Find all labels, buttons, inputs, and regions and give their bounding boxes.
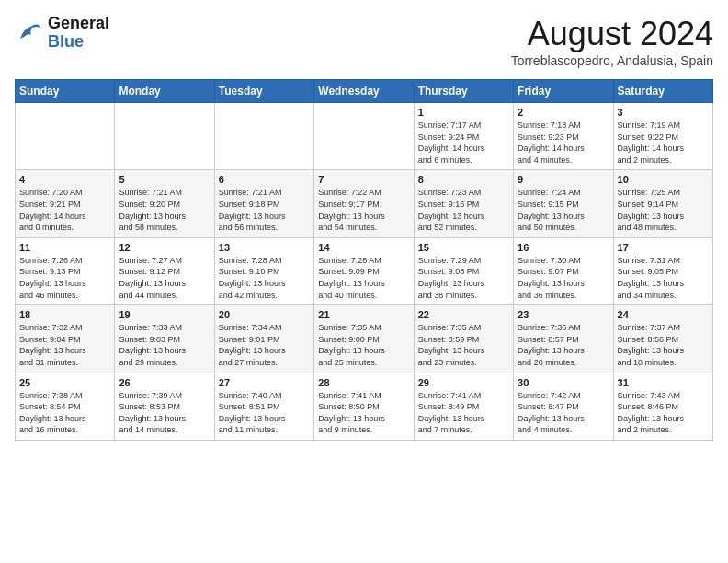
- day-number: 12: [119, 242, 210, 253]
- day-number: 2: [518, 107, 609, 118]
- day-number: 24: [618, 309, 709, 320]
- calendar-cell: 7Sunrise: 7:22 AM Sunset: 9:17 PM Daylig…: [314, 170, 414, 237]
- day-number: 19: [119, 309, 210, 320]
- calendar-cell: 28Sunrise: 7:41 AM Sunset: 8:50 PM Dayli…: [314, 373, 414, 440]
- day-info: Sunrise: 7:28 AM Sunset: 9:09 PM Dayligh…: [318, 255, 409, 301]
- calendar-cell: 25Sunrise: 7:38 AM Sunset: 8:54 PM Dayli…: [16, 373, 115, 440]
- calendar-cell: 8Sunrise: 7:23 AM Sunset: 9:16 PM Daylig…: [414, 170, 513, 237]
- calendar-cell: 19Sunrise: 7:33 AM Sunset: 9:03 PM Dayli…: [115, 305, 214, 373]
- day-info: Sunrise: 7:21 AM Sunset: 9:20 PM Dayligh…: [119, 187, 210, 233]
- day-info: Sunrise: 7:26 AM Sunset: 9:13 PM Dayligh…: [19, 255, 110, 301]
- calendar-cell: 29Sunrise: 7:41 AM Sunset: 8:49 PM Dayli…: [414, 373, 513, 440]
- day-info: Sunrise: 7:42 AM Sunset: 8:47 PM Dayligh…: [518, 390, 609, 436]
- calendar-body: 1Sunrise: 7:17 AM Sunset: 9:24 PM Daylig…: [16, 103, 713, 441]
- calendar-cell: 24Sunrise: 7:37 AM Sunset: 8:56 PM Dayli…: [613, 305, 712, 373]
- day-number: 13: [219, 242, 310, 253]
- day-number: 10: [618, 174, 709, 185]
- weekday-header-wednesday: Wednesday: [314, 80, 414, 103]
- calendar-cell: 16Sunrise: 7:30 AM Sunset: 9:07 PM Dayli…: [514, 237, 613, 304]
- day-info: Sunrise: 7:24 AM Sunset: 9:15 PM Dayligh…: [518, 187, 609, 233]
- weekday-header-friday: Friday: [514, 80, 613, 103]
- day-info: Sunrise: 7:41 AM Sunset: 8:50 PM Dayligh…: [318, 390, 409, 436]
- day-number: 21: [318, 309, 409, 320]
- day-number: 8: [418, 174, 509, 185]
- day-number: 25: [19, 377, 110, 388]
- calendar-cell: 5Sunrise: 7:21 AM Sunset: 9:20 PM Daylig…: [115, 170, 214, 237]
- weekday-header-row: SundayMondayTuesdayWednesdayThursdayFrid…: [16, 80, 713, 103]
- calendar-cell: 17Sunrise: 7:31 AM Sunset: 9:05 PM Dayli…: [613, 237, 712, 304]
- day-number: 20: [219, 309, 310, 320]
- calendar-cell: 12Sunrise: 7:27 AM Sunset: 9:12 PM Dayli…: [115, 237, 214, 304]
- calendar-cell: 26Sunrise: 7:39 AM Sunset: 8:53 PM Dayli…: [115, 373, 214, 440]
- calendar-cell: [16, 103, 115, 170]
- calendar-cell: 20Sunrise: 7:34 AM Sunset: 9:01 PM Dayli…: [214, 305, 313, 373]
- day-info: Sunrise: 7:27 AM Sunset: 9:12 PM Dayligh…: [119, 255, 210, 301]
- week-row-4: 18Sunrise: 7:32 AM Sunset: 9:04 PM Dayli…: [16, 305, 713, 373]
- day-info: Sunrise: 7:34 AM Sunset: 9:01 PM Dayligh…: [219, 322, 310, 368]
- day-number: 9: [518, 174, 609, 185]
- day-number: 7: [318, 174, 409, 185]
- calendar-cell: [214, 103, 313, 170]
- calendar-cell: 1Sunrise: 7:17 AM Sunset: 9:24 PM Daylig…: [414, 103, 513, 170]
- day-info: Sunrise: 7:29 AM Sunset: 9:08 PM Dayligh…: [418, 255, 509, 301]
- day-number: 18: [19, 309, 110, 320]
- day-number: 1: [418, 107, 509, 118]
- location-title: Torreblascopedro, Andalusia, Spain: [511, 53, 713, 68]
- day-info: Sunrise: 7:19 AM Sunset: 9:22 PM Dayligh…: [618, 120, 709, 166]
- day-number: 22: [418, 309, 509, 320]
- week-row-2: 4Sunrise: 7:20 AM Sunset: 9:21 PM Daylig…: [16, 170, 713, 237]
- calendar-cell: 21Sunrise: 7:35 AM Sunset: 9:00 PM Dayli…: [314, 305, 414, 373]
- calendar-cell: 27Sunrise: 7:40 AM Sunset: 8:51 PM Dayli…: [214, 373, 313, 440]
- week-row-5: 25Sunrise: 7:38 AM Sunset: 8:54 PM Dayli…: [16, 373, 713, 440]
- day-number: 30: [518, 377, 609, 388]
- calendar-cell: 9Sunrise: 7:24 AM Sunset: 9:15 PM Daylig…: [514, 170, 613, 237]
- calendar-cell: 11Sunrise: 7:26 AM Sunset: 9:13 PM Dayli…: [16, 237, 115, 304]
- day-info: Sunrise: 7:37 AM Sunset: 8:56 PM Dayligh…: [618, 322, 709, 368]
- day-info: Sunrise: 7:20 AM Sunset: 9:21 PM Dayligh…: [19, 187, 110, 233]
- calendar-cell: 18Sunrise: 7:32 AM Sunset: 9:04 PM Dayli…: [16, 305, 115, 373]
- calendar-cell: 22Sunrise: 7:35 AM Sunset: 8:59 PM Dayli…: [414, 305, 513, 373]
- calendar-table: SundayMondayTuesdayWednesdayThursdayFrid…: [15, 79, 713, 441]
- day-info: Sunrise: 7:21 AM Sunset: 9:18 PM Dayligh…: [219, 187, 310, 233]
- day-info: Sunrise: 7:35 AM Sunset: 8:59 PM Dayligh…: [418, 322, 509, 368]
- day-info: Sunrise: 7:31 AM Sunset: 9:05 PM Dayligh…: [618, 255, 709, 301]
- day-number: 17: [618, 242, 709, 253]
- day-number: 6: [219, 174, 310, 185]
- week-row-1: 1Sunrise: 7:17 AM Sunset: 9:24 PM Daylig…: [16, 103, 713, 170]
- calendar-cell: [314, 103, 414, 170]
- calendar-cell: 6Sunrise: 7:21 AM Sunset: 9:18 PM Daylig…: [214, 170, 313, 237]
- day-info: Sunrise: 7:35 AM Sunset: 9:00 PM Dayligh…: [318, 322, 409, 368]
- day-info: Sunrise: 7:39 AM Sunset: 8:53 PM Dayligh…: [119, 390, 210, 436]
- day-number: 11: [19, 242, 110, 253]
- day-info: Sunrise: 7:17 AM Sunset: 9:24 PM Dayligh…: [418, 120, 509, 166]
- day-number: 27: [219, 377, 310, 388]
- day-info: Sunrise: 7:41 AM Sunset: 8:49 PM Dayligh…: [418, 390, 509, 436]
- calendar-cell: 4Sunrise: 7:20 AM Sunset: 9:21 PM Daylig…: [16, 170, 115, 237]
- weekday-header-saturday: Saturday: [613, 80, 712, 103]
- day-number: 26: [119, 377, 210, 388]
- day-number: 4: [19, 174, 110, 185]
- weekday-header-sunday: Sunday: [16, 80, 115, 103]
- header: General Blue August 2024 Torreblascopedr…: [15, 15, 713, 68]
- weekday-header-tuesday: Tuesday: [214, 80, 313, 103]
- day-info: Sunrise: 7:32 AM Sunset: 9:04 PM Dayligh…: [19, 322, 110, 368]
- calendar-cell: 13Sunrise: 7:28 AM Sunset: 9:10 PM Dayli…: [214, 237, 313, 304]
- week-row-3: 11Sunrise: 7:26 AM Sunset: 9:13 PM Dayli…: [16, 237, 713, 304]
- calendar-cell: [115, 103, 214, 170]
- day-info: Sunrise: 7:40 AM Sunset: 8:51 PM Dayligh…: [219, 390, 310, 436]
- day-number: 15: [418, 242, 509, 253]
- logo-blue: Blue: [48, 33, 109, 52]
- logo: General Blue: [15, 15, 109, 52]
- title-area: August 2024 Torreblascopedro, Andalusia,…: [511, 15, 713, 68]
- day-info: Sunrise: 7:43 AM Sunset: 8:46 PM Dayligh…: [618, 390, 709, 436]
- bird-icon: [15, 18, 44, 48]
- weekday-header-thursday: Thursday: [414, 80, 513, 103]
- day-number: 31: [618, 377, 709, 388]
- month-title: August 2024: [511, 15, 713, 53]
- day-info: Sunrise: 7:28 AM Sunset: 9:10 PM Dayligh…: [219, 255, 310, 301]
- day-number: 16: [518, 242, 609, 253]
- day-info: Sunrise: 7:36 AM Sunset: 8:57 PM Dayligh…: [518, 322, 609, 368]
- calendar-cell: 23Sunrise: 7:36 AM Sunset: 8:57 PM Dayli…: [514, 305, 613, 373]
- logo-general: General: [48, 15, 109, 33]
- day-info: Sunrise: 7:22 AM Sunset: 9:17 PM Dayligh…: [318, 187, 409, 233]
